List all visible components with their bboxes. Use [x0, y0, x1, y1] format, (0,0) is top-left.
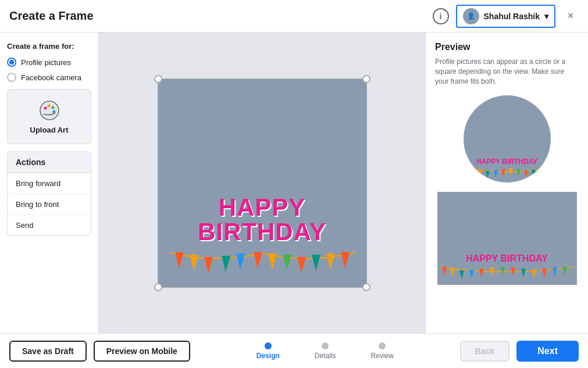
svg-marker-36 — [532, 270, 536, 278]
svg-marker-24 — [524, 170, 528, 178]
svg-marker-21 — [501, 169, 505, 177]
svg-point-1 — [44, 107, 47, 110]
preview-title: Preview — [435, 42, 579, 52]
step-label-details: Details — [315, 352, 336, 360]
step-review: Review — [371, 342, 394, 360]
footer-left: Save as Draft Preview on Mobile — [9, 341, 190, 362]
svg-marker-13 — [297, 257, 306, 273]
bunting-svg — [163, 246, 361, 287]
info-button[interactable]: i — [433, 8, 449, 24]
handle-top-right[interactable] — [362, 75, 370, 83]
action-bring-to-front[interactable]: Bring to front — [8, 194, 91, 215]
next-button[interactable]: Next — [516, 341, 579, 362]
birthday-text: HAPPY BIRTHDAY — [158, 195, 366, 246]
handle-top-left[interactable] — [154, 75, 162, 83]
preview-mobile-button[interactable]: Preview on Mobile — [94, 341, 190, 362]
actions-header: Actions — [8, 152, 91, 173]
svg-marker-33 — [500, 267, 505, 276]
header-right: i 👤 Shahul Rashik ▾ × — [433, 5, 579, 28]
preview-square-content: HAPPY BIRTHDAY — [437, 238, 577, 285]
close-icon: × — [568, 10, 574, 22]
svg-marker-9 — [236, 253, 245, 270]
svg-marker-20 — [494, 170, 498, 178]
svg-marker-17 — [471, 168, 475, 176]
svg-marker-26 — [539, 168, 543, 176]
user-name: Shahul Rashik — [484, 12, 540, 21]
step-dot-details — [322, 342, 329, 349]
action-send[interactable]: Send — [8, 215, 91, 235]
preview-description: Profile pictures can appear as a circle … — [435, 57, 579, 86]
birthday-overlay: HAPPY BIRTHDAY — [158, 194, 366, 287]
step-design: Design — [256, 342, 280, 360]
step-details: Details — [315, 342, 336, 360]
footer: Save as Draft Preview on Mobile Design D… — [0, 333, 588, 368]
avatar-initials: 👤 — [467, 12, 475, 20]
svg-marker-35 — [521, 269, 526, 277]
svg-marker-18 — [478, 170, 482, 177]
save-draft-button[interactable]: Save as Draft — [9, 341, 87, 362]
close-button[interactable]: × — [562, 8, 579, 24]
preview-circle: HAPPY BIRTHDAY — [464, 95, 551, 183]
frame-for-label: Create a frame for: — [7, 42, 91, 51]
step-dot-design — [265, 342, 272, 349]
radio-profile-pictures[interactable]: Profile pictures — [7, 58, 91, 67]
svg-marker-15 — [326, 253, 335, 270]
radio-label-camera: Facebook camera — [21, 73, 81, 82]
radio-label-profile: Profile pictures — [21, 58, 71, 67]
preview-bunting-square — [437, 264, 577, 285]
chevron-down-icon: ▾ — [544, 12, 548, 21]
svg-marker-7 — [204, 257, 213, 273]
radio-facebook-camera[interactable]: Facebook camera — [7, 73, 91, 82]
sidebar: Create a frame for: Profile pictures Fac… — [0, 33, 99, 333]
preview-square: HAPPY BIRTHDAY — [437, 192, 577, 285]
main-content: Create a frame for: Profile pictures Fac… — [0, 33, 588, 333]
svg-marker-5 — [175, 252, 184, 269]
svg-marker-31 — [479, 269, 484, 277]
svg-marker-39 — [562, 267, 567, 276]
svg-marker-16 — [341, 252, 350, 269]
svg-marker-8 — [222, 256, 230, 272]
svg-marker-10 — [254, 252, 262, 269]
preview-circle-text: HAPPY BIRTHDAY — [476, 158, 537, 165]
action-bring-forward[interactable]: Bring forward — [8, 173, 91, 194]
user-button[interactable]: 👤 Shahul Rashik ▾ — [456, 5, 555, 28]
step-label-design: Design — [256, 352, 280, 360]
step-label-review: Review — [371, 352, 394, 360]
info-icon: i — [440, 12, 442, 21]
radio-group: Profile pictures Facebook camera — [7, 58, 91, 82]
svg-marker-19 — [486, 171, 490, 178]
svg-marker-38 — [553, 267, 557, 276]
preview-square-text: HAPPY BIRTHDAY — [466, 253, 547, 264]
preview-bunting-circle — [466, 165, 548, 183]
radio-dot-profile — [7, 58, 16, 67]
svg-point-0 — [40, 101, 59, 120]
avatar: 👤 — [463, 8, 479, 24]
back-button: Back — [460, 341, 509, 362]
upload-art-button[interactable]: Upload Art — [7, 89, 91, 144]
app-container: Create a Frame i 👤 Shahul Rashik ▾ × Cre… — [0, 0, 588, 368]
palette-icon — [38, 99, 61, 122]
svg-marker-11 — [268, 253, 277, 270]
upload-art-label: Upload Art — [30, 126, 69, 134]
footer-steps: Design Details Review — [256, 342, 394, 360]
svg-point-2 — [47, 105, 50, 108]
svg-marker-6 — [190, 255, 198, 271]
canvas-frame[interactable]: HAPPY BIRTHDAY — [158, 78, 367, 288]
svg-marker-23 — [516, 169, 521, 177]
svg-point-3 — [51, 106, 54, 109]
svg-marker-37 — [542, 269, 547, 277]
svg-marker-28 — [450, 269, 455, 277]
svg-marker-25 — [532, 170, 536, 177]
svg-marker-27 — [442, 267, 447, 276]
svg-marker-29 — [459, 270, 464, 279]
radio-dot-camera — [7, 73, 16, 82]
page-title: Create a Frame — [9, 9, 94, 23]
footer-right: Back Next — [460, 341, 579, 362]
svg-marker-14 — [312, 255, 320, 271]
svg-marker-30 — [469, 270, 474, 278]
svg-marker-12 — [283, 255, 291, 271]
preview-circle-container: HAPPY BIRTHDAY — [435, 95, 579, 183]
preview-circle-content: HAPPY BIRTHDAY — [464, 145, 551, 183]
step-dot-review — [379, 342, 386, 349]
actions-dropdown: Actions Bring forward Bring to front Sen… — [7, 151, 91, 236]
